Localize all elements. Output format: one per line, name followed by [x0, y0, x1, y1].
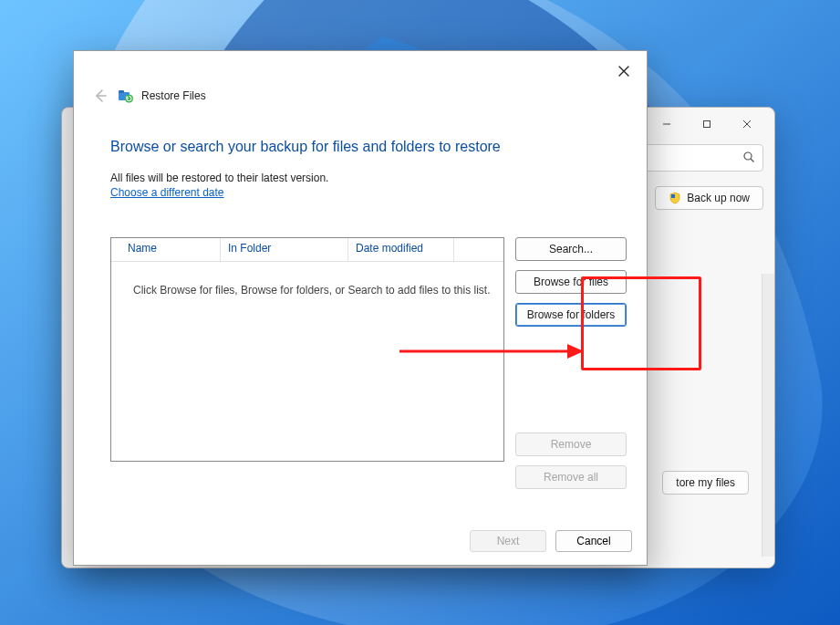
shield-icon [669, 192, 681, 204]
column-spacer [454, 238, 503, 261]
svg-point-6 [125, 95, 133, 103]
back-up-now-label: Back up now [687, 192, 750, 204]
remove-button: Remove [515, 432, 627, 456]
choose-different-date-link[interactable]: Choose a different date [110, 186, 224, 199]
browse-for-folders-button[interactable]: Browse for folders [515, 303, 627, 327]
dialog-close-button[interactable] [608, 58, 639, 84]
restore-files-icon [118, 88, 134, 104]
list-empty-message: Click Browse for files, Browse for folde… [111, 262, 503, 297]
svg-rect-1 [704, 121, 710, 128]
browse-for-files-button[interactable]: Browse for files [515, 270, 627, 294]
search-icon [742, 151, 755, 166]
dialog-heading: Browse or search your backup for files a… [110, 139, 627, 155]
dialog-title: Restore Files [141, 89, 206, 102]
file-list-box[interactable]: Name In Folder Date modified Click Brows… [110, 237, 504, 462]
minimize-button[interactable] [647, 111, 687, 137]
column-name[interactable]: Name [111, 238, 221, 261]
action-button-column: Search... Browse for files Browse for fo… [515, 237, 627, 489]
back-up-now-button[interactable]: Back up now [655, 186, 763, 210]
restore-my-files-button-partial[interactable]: tore my files [662, 471, 749, 495]
dialog-subtitle: All files will be restored to their late… [110, 172, 627, 184]
dialog-footer: Next Cancel [74, 517, 647, 565]
remove-all-button: Remove all [515, 465, 627, 489]
background-scrollbar[interactable] [762, 274, 774, 557]
restore-my-files-label: tore my files [676, 476, 735, 489]
cancel-button[interactable]: Cancel [555, 530, 632, 552]
close-button[interactable] [727, 111, 767, 137]
svg-rect-3 [671, 194, 675, 198]
list-header: Name In Folder Date modified [111, 238, 503, 262]
back-button[interactable] [90, 86, 110, 106]
next-button: Next [470, 530, 546, 552]
svg-rect-5 [119, 90, 124, 93]
column-date-modified[interactable]: Date modified [348, 238, 454, 261]
maximize-button[interactable] [687, 111, 727, 137]
search-button[interactable]: Search... [515, 237, 627, 261]
restore-files-dialog: Restore Files Browse or search your back… [73, 50, 648, 566]
column-in-folder[interactable]: In Folder [221, 238, 348, 261]
svg-point-2 [744, 152, 752, 160]
